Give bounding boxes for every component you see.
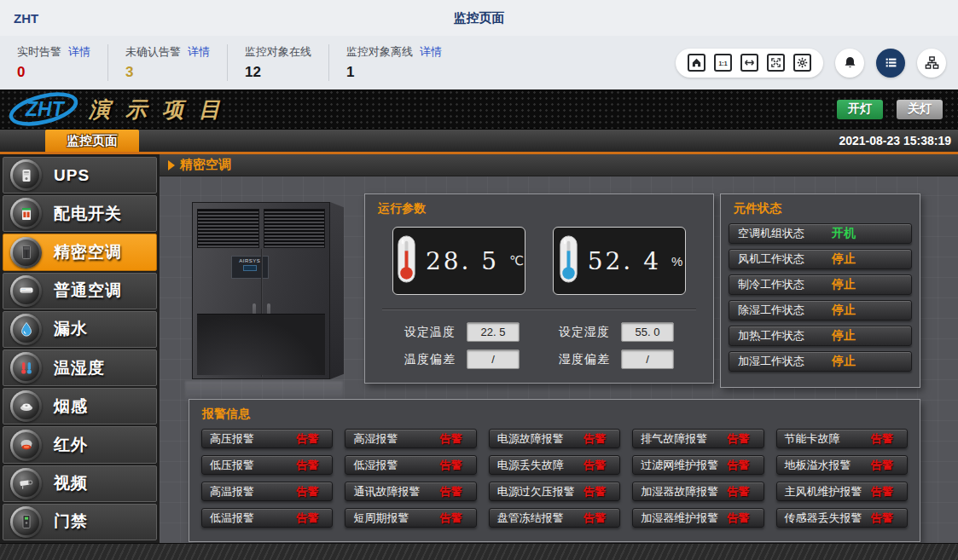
alarm-cell: 短周期报警告警 xyxy=(345,508,476,528)
alarm-status: 告警 xyxy=(584,511,606,526)
ac-unit-image: AIRSYS xyxy=(185,188,360,403)
alarm-cell: 节能卡故障告警 xyxy=(776,429,908,448)
temperature-value: 28. 5 xyxy=(426,247,499,275)
status-row: 加湿工作状态停止 xyxy=(729,351,912,372)
sidebar-item-door-access[interactable]: 门禁 xyxy=(3,504,157,540)
sidebar: UPS 配电开关 精密空调 普通空调 漏水 温湿度 烟感 红外 xyxy=(0,154,160,543)
brand-text: ZHT xyxy=(14,11,38,26)
stat-value: 1 xyxy=(346,64,442,81)
status-row: 风机工作状态停止 xyxy=(729,249,912,269)
alarm-cell: 高湿报警告警 xyxy=(345,429,476,448)
alarm-status: 告警 xyxy=(440,431,462,447)
alarm-status: 告警 xyxy=(584,484,606,499)
sidebar-item-water-leak[interactable]: 漏水 xyxy=(3,311,157,348)
alarm-status: 告警 xyxy=(871,484,893,499)
list-icon[interactable] xyxy=(876,49,905,78)
run-params-panel: 运行参数 28. 5 ℃ 52. 4 % 设定温度 22. xyxy=(364,193,714,384)
tab-monitor-page[interactable]: 监控页面 xyxy=(45,130,139,152)
split-ac-icon xyxy=(10,275,42,307)
fit-width-icon[interactable] xyxy=(740,54,758,72)
light-on-button[interactable]: 开灯 xyxy=(837,100,883,119)
component-status-panel: 元件状态 空调机组状态开机 风机工作状态停止 制冷工作状态停止 除湿工作状态停止… xyxy=(720,193,920,388)
home-icon[interactable] xyxy=(688,54,705,72)
alarm-status: 告警 xyxy=(728,484,750,499)
run-params-title: 运行参数 xyxy=(365,194,713,216)
alarm-cell: 高温报警告警 xyxy=(201,482,333,501)
alarm-status: 告警 xyxy=(871,458,893,473)
alarm-cell: 加湿器维护报警告警 xyxy=(632,508,763,528)
section-header: 精密空调 xyxy=(160,154,958,176)
view-toolbar: 1:1 xyxy=(676,49,958,78)
panel-divider xyxy=(382,309,696,310)
section-title: 精密空调 xyxy=(180,157,231,173)
sidebar-item-video[interactable]: 视频 xyxy=(3,465,157,502)
breaker-icon xyxy=(10,198,42,229)
status-value: 停止 xyxy=(832,277,856,292)
sidebar-item-ups[interactable]: UPS xyxy=(3,157,157,193)
status-row: 空调机组状态开机 xyxy=(729,223,912,244)
sidebar-item-infrared[interactable]: 红外 xyxy=(3,426,157,463)
sidebar-item-normal-ac[interactable]: 普通空调 xyxy=(3,273,157,309)
alarm-cell: 主风机维护报警告警 xyxy=(776,482,908,501)
smoke-icon xyxy=(10,390,42,422)
alarm-cell: 过滤网维护报警告警 xyxy=(632,455,763,475)
sidebar-item-temp-humidity[interactable]: 温湿度 xyxy=(3,349,157,386)
brand-bar: ZHT 演示项目 开灯 关灯 xyxy=(0,89,958,130)
fullscreen-icon[interactable] xyxy=(767,54,785,72)
alarm-status: 告警 xyxy=(728,431,750,447)
sidebar-item-smoke[interactable]: 烟感 xyxy=(3,388,157,424)
alarm-info-title: 报警信息 xyxy=(189,400,920,422)
alarm-cell: 传感器丢失报警告警 xyxy=(776,508,908,528)
alarm-cell: 电源丢失故障告警 xyxy=(489,455,620,475)
stat-value: 3 xyxy=(125,64,210,81)
set-humidity-field[interactable]: 55. 0 xyxy=(621,322,674,342)
ac-grille xyxy=(197,314,325,375)
view-controls-pill: 1:1 xyxy=(676,49,823,78)
datetime-display: 2021-08-23 15:38:19 xyxy=(839,130,958,152)
status-value: 停止 xyxy=(832,251,856,267)
alarm-status: 告警 xyxy=(296,511,318,526)
temperature-gauge: 28. 5 ℃ xyxy=(392,227,525,295)
unconfirmed-alarm-details-link[interactable]: 详情 xyxy=(188,44,210,60)
top-bar: ZHT 监控页面 xyxy=(0,0,958,36)
light-buttons: 开灯 关灯 xyxy=(837,100,943,119)
set-temperature-field[interactable]: 22. 5 xyxy=(467,322,520,342)
offline-details-link[interactable]: 详情 xyxy=(420,44,442,60)
temp-humidity-icon xyxy=(10,352,42,384)
temperature-unit: ℃ xyxy=(509,253,524,268)
alarm-status: 告警 xyxy=(440,484,462,499)
component-status-title: 元件状态 xyxy=(721,194,920,216)
infrared-icon xyxy=(10,430,42,461)
status-row: 制冷工作状态停止 xyxy=(729,274,912,295)
status-value: 停止 xyxy=(832,328,856,344)
sidebar-item-power-switch[interactable]: 配电开关 xyxy=(3,195,157,232)
stat-label: 监控对象在线 xyxy=(245,44,311,60)
humidity-deviation-field: / xyxy=(621,349,674,369)
alarm-cell: 电源故障报警告警 xyxy=(489,429,620,448)
light-off-button[interactable]: 关灯 xyxy=(897,100,943,119)
alarm-cell: 盘管冻结报警告警 xyxy=(489,508,620,528)
section-arrow-icon xyxy=(168,160,175,170)
alarm-cell: 低压报警告警 xyxy=(201,455,333,475)
alarm-cell: 高压报警告警 xyxy=(201,429,333,448)
alarm-cell: 低温报警告警 xyxy=(201,508,333,528)
status-value: 停止 xyxy=(832,354,856,369)
topology-icon[interactable] xyxy=(917,49,946,78)
settings-icon[interactable] xyxy=(793,54,811,72)
status-row: 除湿工作状态停止 xyxy=(729,300,912,320)
stat-objects-online: 监控对象在线 12 xyxy=(227,44,328,81)
realtime-alarm-details-link[interactable]: 详情 xyxy=(68,44,90,60)
one-to-one-icon[interactable]: 1:1 xyxy=(714,54,732,72)
alarm-status: 告警 xyxy=(584,431,606,447)
stat-label: 实时告警 xyxy=(17,44,61,60)
bell-icon[interactable] xyxy=(835,49,864,78)
stat-label: 未确认告警 xyxy=(125,44,181,60)
alarm-status: 告警 xyxy=(871,511,893,526)
tab-bar: 监控页面 2021-08-23 15:38:19 xyxy=(0,130,958,154)
stat-unconfirmed-alarms: 未确认告警详情 3 xyxy=(107,44,227,81)
door-access-icon xyxy=(10,506,42,538)
sidebar-item-precision-ac[interactable]: 精密空调 xyxy=(3,234,157,270)
footer-strip xyxy=(0,543,958,560)
zht-logo: ZHT xyxy=(7,90,80,128)
humidity-deviation-row: 湿度偏差 / xyxy=(559,349,674,369)
